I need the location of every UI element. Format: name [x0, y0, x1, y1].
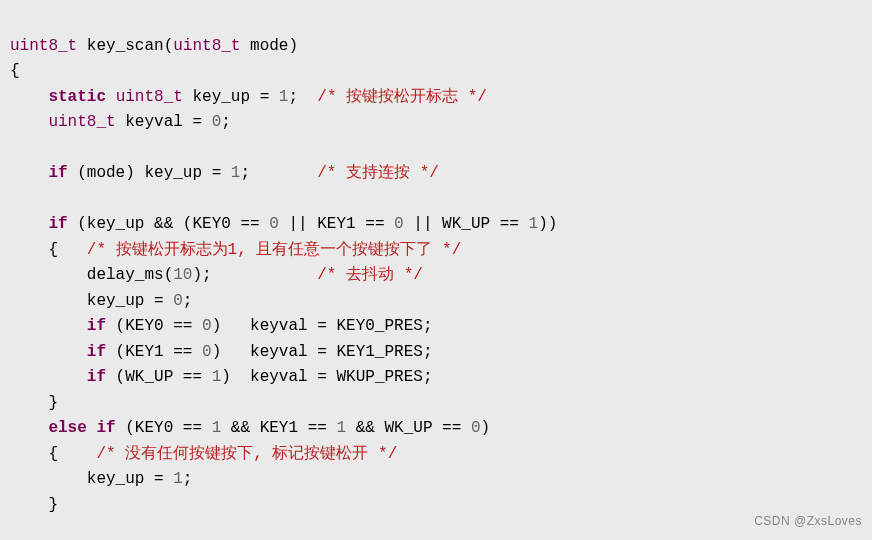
close-brace: } [10, 496, 58, 514]
space [87, 419, 97, 437]
rest: ); [192, 266, 317, 284]
call: delay_ms( [10, 266, 173, 284]
expr: ) [481, 419, 491, 437]
kw-if: if [96, 419, 115, 437]
semi: ; [221, 113, 231, 131]
expr: )) [538, 215, 557, 233]
num: 1 [529, 215, 539, 233]
indent [10, 88, 48, 106]
num: 0 [471, 419, 481, 437]
kw-static: static [48, 88, 106, 106]
kw-if: if [48, 164, 67, 182]
num: 1 [212, 419, 222, 437]
num: 0 [269, 215, 279, 233]
indent [10, 368, 87, 386]
expr: (key_up && (KEY0 == [68, 215, 270, 233]
comment: /* 支持连按 */ [317, 164, 439, 182]
kw-if: if [87, 317, 106, 335]
rest: ) keyval = KEY1_PRES; [212, 343, 433, 361]
semi: ; [183, 470, 193, 488]
comment: /* 去抖动 */ [317, 266, 423, 284]
expr: && WK_UP == [346, 419, 471, 437]
open-brace: { [10, 445, 96, 463]
comment: /* 按键松开标志为1, 且有任意一个按键按下了 */ [87, 241, 461, 259]
indent [10, 343, 87, 361]
num: 1 [212, 368, 222, 386]
close-brace: } [10, 394, 58, 412]
semi: ; [183, 292, 193, 310]
kw-if: if [87, 368, 106, 386]
num: 1 [336, 419, 346, 437]
indent [10, 113, 48, 131]
num: 0 [202, 343, 212, 361]
comment: /* 按键按松开标志 */ [317, 88, 487, 106]
fn-name: key_scan( [77, 37, 173, 55]
semi: ; [240, 164, 317, 182]
semi: ; [288, 88, 317, 106]
expr: || KEY1 == [279, 215, 394, 233]
rest: ) keyval = WKUP_PRES; [221, 368, 432, 386]
indent [10, 215, 48, 233]
expr: (KEY0 == [106, 317, 202, 335]
expr: (WK_UP == [106, 368, 212, 386]
type-u8: uint8_t [48, 113, 115, 131]
indent [10, 419, 48, 437]
param-rest: mode) [240, 37, 298, 55]
kw-if: if [87, 343, 106, 361]
num: 10 [173, 266, 192, 284]
kw-if: if [48, 215, 67, 233]
decl: keyval = [116, 113, 212, 131]
assign: key_up = [10, 470, 173, 488]
type-u8: uint8_t [116, 88, 183, 106]
rest: ) keyval = KEY0_PRES; [212, 317, 433, 335]
return-type: uint8_t [10, 37, 77, 55]
indent [10, 317, 87, 335]
num: 1 [231, 164, 241, 182]
indent [10, 164, 48, 182]
num: 0 [212, 113, 222, 131]
expr: (mode) key_up = [68, 164, 231, 182]
num: 0 [202, 317, 212, 335]
kw-else: else [48, 419, 86, 437]
open-brace: { [10, 241, 87, 259]
comment: /* 没有任何按键按下, 标记按键松开 */ [96, 445, 397, 463]
watermark: CSDN @ZxsLoves [754, 509, 862, 535]
num: 0 [394, 215, 404, 233]
expr: && KEY1 == [221, 419, 336, 437]
num: 0 [173, 292, 183, 310]
assign: key_up = [10, 292, 173, 310]
expr: (KEY0 == [116, 419, 212, 437]
num: 1 [173, 470, 183, 488]
code-block: uint8_t key_scan(uint8_t mode) { static … [0, 0, 872, 540]
space [106, 88, 116, 106]
expr: (KEY1 == [106, 343, 202, 361]
decl: key_up = [183, 88, 279, 106]
param-type: uint8_t [173, 37, 240, 55]
open-brace: { [10, 62, 20, 80]
expr: || WK_UP == [404, 215, 529, 233]
